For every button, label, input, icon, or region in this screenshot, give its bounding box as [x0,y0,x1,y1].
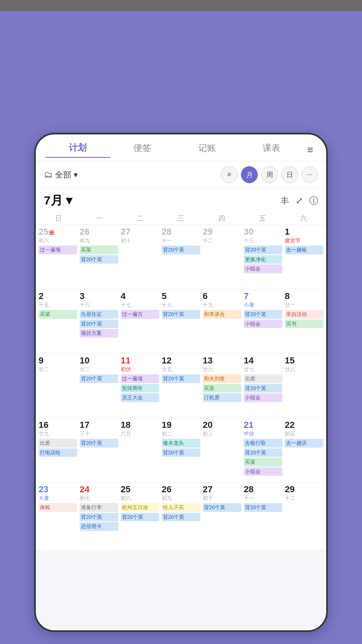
day-cell[interactable]: 5十八背20个英 [160,289,202,353]
day-cell[interactable]: 24初七准备行李:背20个英还信用卡 [78,482,119,547]
menu-icon[interactable]: ≡ [304,144,317,156]
day-cell[interactable]: 9廿二 [37,353,78,418]
day-cell[interactable]: 12廿五背20个英 [160,353,202,418]
event-tag[interactable]: 买菜 [203,384,241,393]
event-tag[interactable]: 背20个英 [162,513,200,522]
event-tag[interactable]: 办居住证 [80,310,118,319]
day-cell[interactable]: 16廿九出差打电话给 [37,418,78,482]
event-tag[interactable]: 背20个英 [244,384,282,393]
event-tag[interactable]: 出差 [39,439,77,448]
event-tag[interactable]: 小组会 [244,264,282,273]
event-tag[interactable]: 背20个英 [244,246,282,254]
event-tag[interactable]: 背20个英 [162,374,200,383]
event-tag[interactable]: 订机票 [203,393,241,402]
event-tag[interactable]: 背20个英 [80,513,118,522]
day-cell[interactable]: 2十五买菜 [37,289,78,353]
day-cell[interactable]: 13廿六和夫刘签买菜订机票 [202,353,243,418]
event-tag[interactable]: 买菜 [244,458,282,466]
event-tag[interactable]: 和夫刘签 [203,374,241,383]
view-day-btn[interactable]: 日 [281,166,298,183]
day-cell[interactable]: 1建党节去一趟银 [284,225,325,289]
event-tag[interactable]: 背20个英 [80,439,118,448]
tab-schedule[interactable]: 课表 [239,142,304,157]
event-tag[interactable]: 背20个英 [162,246,200,254]
day-cell[interactable]: 25初八杭州五日游背20个英 [119,482,160,547]
folder-button[interactable]: 🗂 全部 ▾ [44,169,78,180]
day-cell[interactable]: 14廿七出差背20个英小组会 [243,353,284,418]
day-cell[interactable]: 11初伏过一遍项安排周年员王大会 [119,353,160,418]
event-tag[interactable]: 买菜 [80,246,118,254]
event-tag[interactable]: 背20个英 [244,503,282,512]
event-tag[interactable]: 背20个英 [121,513,159,522]
event-tag[interactable]: 和李谈合 [203,310,241,319]
event-tag[interactable]: 小组会 [244,320,282,328]
day-cell[interactable]: 7小暑背20个英小组会 [243,289,284,353]
day-cell[interactable]: 22初五去一趟滨 [284,418,325,482]
info-icon[interactable]: ⓘ [309,195,318,207]
tab-account[interactable]: 记账 [175,142,239,157]
event-tag[interactable]: 还信用卡 [80,522,118,531]
event-tag[interactable]: 出差 [244,374,282,383]
event-tag[interactable]: 过一遍项 [121,374,159,383]
event-tag[interactable]: 买书 [285,320,323,328]
day-cell[interactable]: 23大暑体检 [37,482,78,547]
event-tag[interactable]: 杭州五日游 [121,503,159,512]
event-tag[interactable]: 去银行取 [244,439,282,448]
day-cell[interactable]: 20初三 [202,418,243,482]
event-tag[interactable]: 背20个英 [80,374,118,383]
day-cell[interactable]: 10廿三背20个英 [78,353,119,418]
event-tag[interactable]: 修水龙头 [162,439,200,448]
view-week-btn[interactable]: 周 [261,166,278,183]
event-tag[interactable]: 员王大会 [121,393,159,402]
day-cell[interactable]: 26初九买菜背20个英 [78,225,119,289]
event-tag[interactable]: 体检 [39,503,77,512]
day-cell[interactable]: 8廿一亲自活动买书 [284,289,325,353]
event-tag[interactable]: 背20个英 [162,310,200,319]
month-label[interactable]: 7月 ▾ [44,192,72,209]
event-tag[interactable]: 打电话给 [39,448,77,457]
day-cell[interactable]: 26初九给儿子买背20个英 [160,482,202,547]
day-cell[interactable]: 30十三背20个英更换净化小组会 [243,225,284,289]
event-tag[interactable]: 背20个英 [244,310,282,319]
day-cell[interactable]: 27初十 [119,225,160,289]
event-tag[interactable]: 小组会 [244,393,282,402]
day-cell[interactable]: 4十七过一遍方 [119,289,160,353]
day-cell[interactable]: 27初十背20个英 [202,482,243,547]
day-cell[interactable]: 21中伏去银行取背20个英买菜小组会 [243,418,284,482]
event-tag[interactable]: 更换净化 [244,255,282,264]
event-tag[interactable]: 背20个英 [162,448,200,457]
day-cell[interactable]: 29十二 [284,482,325,547]
event-tag[interactable]: 背20个英 [244,448,282,457]
day-cell[interactable]: 3十六办居住证背20个英项目方案 [78,289,119,353]
event-tag[interactable]: 过一遍项 [39,246,77,254]
export-icon[interactable]: ⤢ [296,196,303,206]
day-cell[interactable]: 6十九和李谈合 [202,289,243,353]
event-tag[interactable]: 去一趟银 [285,246,323,254]
day-cell[interactable]: 28十一背20个英 [243,482,284,547]
filter-icon[interactable]: 丰 [280,195,289,207]
event-tag[interactable]: 去一趟滨 [285,439,323,448]
day-cell[interactable]: 29十二 [202,225,243,289]
day-cell[interactable]: 15廿八 [284,353,325,418]
event-tag[interactable]: 背20个英 [203,503,241,512]
day-cell[interactable]: 28十一背20个英 [160,225,202,289]
day-cell[interactable]: 17三十背20个英 [78,418,119,482]
event-tag[interactable]: 安排周年 [121,384,159,393]
day-cell[interactable]: 19初二修水龙头背20个英 [160,418,202,482]
event-tag[interactable]: 买菜 [39,310,77,319]
event-tag[interactable]: 亲自活动 [285,310,323,319]
view-list-btn[interactable]: ≡ [221,166,238,183]
tab-note[interactable]: 便签 [110,142,175,157]
event-tag[interactable]: 背20个英 [80,255,118,264]
tab-plan[interactable]: 计划 [45,142,110,158]
event-tag[interactable]: 背20个英 [80,320,118,328]
event-tag[interactable]: 小组会 [244,467,282,476]
view-more-btn[interactable]: ··· [301,166,318,183]
event-tag[interactable]: 过一遍方 [121,310,159,319]
event-tag[interactable]: 准备行李: [80,503,118,512]
event-tag[interactable]: 给儿子买 [162,503,200,512]
day-cell[interactable]: 25班初八过一遍项 [37,225,78,289]
event-tag[interactable]: 项目方案 [80,329,118,338]
day-cell[interactable]: 18六月 [119,418,160,482]
view-month-btn[interactable]: 月 [241,166,258,183]
